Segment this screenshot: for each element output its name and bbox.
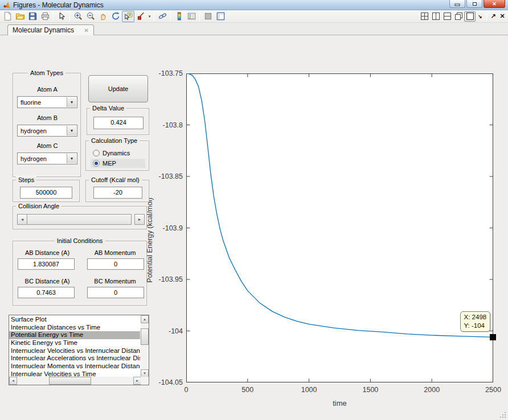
undock-button[interactable]: ↗ xyxy=(489,13,498,20)
hide-plot-tools-button[interactable] xyxy=(202,11,214,22)
steps-group: Steps 500000 xyxy=(13,180,80,202)
scroll-right-button[interactable]: ► xyxy=(133,377,141,385)
hand-icon xyxy=(99,11,108,21)
tabbar: Molecular Dynamics ✕ xyxy=(0,23,508,35)
radio-icon[interactable] xyxy=(93,150,100,157)
list-item[interactable]: Potential Energy vs Time xyxy=(9,331,140,339)
calculation-type-group: Calculation Type Dynamics MEP xyxy=(85,141,149,171)
horizontal-scrollbar[interactable]: ◄ ► xyxy=(9,377,141,385)
zoom-out-button[interactable] xyxy=(84,11,97,22)
save-icon xyxy=(28,11,38,21)
chevron-down-icon[interactable]: ▼ xyxy=(67,97,76,107)
tile-horizontal-icon xyxy=(444,13,451,20)
list-item[interactable]: Surface Plot xyxy=(9,316,140,324)
delta-value-group: Delta Value 0.424 xyxy=(87,108,149,135)
list-item[interactable]: Internuclear Accelerations vs Internucle… xyxy=(9,355,140,363)
atom-b-dropdown[interactable]: hydrogen ▼ xyxy=(17,125,77,137)
tile-vertical-icon xyxy=(432,13,440,20)
titlebar: Figures - Molecular Dynamics ✕ xyxy=(0,0,508,10)
initial-conditions-group: Initial Conditions AB Distance (A) AB Mo… xyxy=(13,241,147,306)
collision-angle-slider[interactable] xyxy=(27,214,132,225)
scroll-up-button[interactable]: ▲ xyxy=(141,315,149,323)
collision-angle-group: Collision Angle ◄ ► xyxy=(13,206,147,229)
list-item[interactable]: Internulear Velocities vs Time xyxy=(9,370,140,376)
tile-grid-button[interactable] xyxy=(419,11,430,22)
save-figure-button[interactable] xyxy=(26,11,39,22)
colorbar-icon xyxy=(174,11,184,21)
bc-momentum-field[interactable]: 0 xyxy=(87,287,144,298)
atom-a-dropdown[interactable]: fluorine ▼ xyxy=(17,96,77,108)
list-item[interactable]: Kinetic Energy vs Time xyxy=(9,339,140,347)
left-arrow-icon: ◄ xyxy=(21,217,24,221)
tab-close-icon[interactable]: ✕ xyxy=(81,27,89,34)
scroll-left-button[interactable]: ◄ xyxy=(9,377,17,385)
show-plot-tools-button[interactable] xyxy=(214,11,227,22)
toolbar-separator xyxy=(170,12,171,21)
resize-grip[interactable] xyxy=(499,411,506,418)
show-plot-tools-icon xyxy=(216,11,226,21)
atom-types-title: Atom Types xyxy=(28,69,65,76)
tile-horizontal-button[interactable] xyxy=(441,11,453,22)
radio-icon[interactable] xyxy=(93,160,100,167)
ab-momentum-field[interactable]: 0 xyxy=(87,258,144,270)
print-figure-button[interactable] xyxy=(39,11,51,22)
potential-energy-plot xyxy=(186,73,493,382)
link-icon xyxy=(158,11,167,21)
list-item[interactable]: Internuclear Velocities vs Internuclear … xyxy=(9,347,140,355)
open-file-button[interactable] xyxy=(14,11,26,22)
close-figures-button[interactable]: ✕ xyxy=(498,13,507,20)
edit-plot-pointer-button[interactable] xyxy=(55,11,68,22)
ab-distance-field[interactable]: 1.830087 xyxy=(18,258,75,270)
float-windows-button[interactable] xyxy=(453,11,464,22)
maximize-tile-button[interactable] xyxy=(464,11,476,22)
atom-c-dropdown[interactable]: hydrogen ▼ xyxy=(17,153,77,164)
atom-b-label: Atom B xyxy=(13,114,81,121)
chevron-down-icon[interactable]: ▼ xyxy=(67,126,76,135)
rotate-3d-button[interactable] xyxy=(109,11,122,22)
update-button[interactable]: Update xyxy=(88,75,148,102)
zoom-in-button[interactable] xyxy=(72,11,84,22)
brush-dropdown-arrow[interactable]: ▾ xyxy=(147,14,152,19)
insert-colorbar-button[interactable] xyxy=(173,11,185,22)
down-arrow-icon: ▼ xyxy=(143,372,146,375)
zoom-out-icon xyxy=(86,11,96,21)
plot-type-items: Surface PlotInternuclear Distances vs Ti… xyxy=(9,316,140,376)
restore-button[interactable] xyxy=(466,0,482,8)
horizontal-scroll-thumb[interactable] xyxy=(49,377,91,385)
cutoff-group: Cutoff (Kcal/ mol) -20 xyxy=(85,180,149,202)
radio-dynamics[interactable]: Dynamics xyxy=(91,149,132,158)
chevron-down-icon[interactable]: ▼ xyxy=(67,154,76,163)
data-tip[interactable]: X: 2498 Y: -104 xyxy=(460,311,491,332)
radio-mep[interactable]: MEP xyxy=(91,159,145,168)
list-item[interactable]: Internuclear Momenta vs Internuclear Dis… xyxy=(9,363,140,370)
minimize-button[interactable] xyxy=(449,0,465,8)
plot-type-listbox[interactable]: Surface PlotInternuclear Distances vs Ti… xyxy=(9,315,149,385)
vertical-scrollbar[interactable]: ▲ ▼ xyxy=(141,315,149,377)
figure-canvas: Potential Energy (kcal/mol) Atom Types A… xyxy=(0,35,508,420)
pan-button[interactable] xyxy=(97,11,109,22)
zoom-in-icon xyxy=(73,11,83,21)
new-figure-button[interactable] xyxy=(1,11,14,22)
insert-legend-button[interactable] xyxy=(185,11,198,22)
tile-vertical-button[interactable] xyxy=(430,11,441,22)
tab-molecular-dynamics[interactable]: Molecular Dynamics ✕ xyxy=(7,24,94,35)
delta-value-field[interactable]: 0.424 xyxy=(93,117,144,129)
tile-options-arrow[interactable]: ↘ xyxy=(476,14,485,19)
scroll-down-button[interactable]: ▼ xyxy=(141,369,149,377)
link-plot-button[interactable] xyxy=(156,11,169,22)
bc-distance-field[interactable]: 0.7463 xyxy=(18,287,75,298)
cutoff-field[interactable]: -20 xyxy=(93,187,142,199)
close-button[interactable]: ✕ xyxy=(484,0,505,8)
list-item[interactable]: Internuclear Distances vs Time xyxy=(9,324,140,332)
slider-right-button[interactable]: ► xyxy=(134,214,145,225)
steps-field[interactable]: 500000 xyxy=(20,187,72,199)
vertical-scroll-thumb[interactable] xyxy=(141,328,149,345)
brush-data-button[interactable] xyxy=(134,11,147,22)
window-title: Figures - Molecular Dynamics xyxy=(13,1,104,9)
atom-b-value: hydrogen xyxy=(21,127,47,134)
collision-angle-title: Collision Angle xyxy=(16,203,62,209)
data-cursor-button[interactable] xyxy=(122,11,134,22)
slider-left-button[interactable]: ◄ xyxy=(17,214,27,225)
radio-dynamics-label: Dynamics xyxy=(103,150,130,157)
data-tip-marker[interactable] xyxy=(490,334,496,340)
